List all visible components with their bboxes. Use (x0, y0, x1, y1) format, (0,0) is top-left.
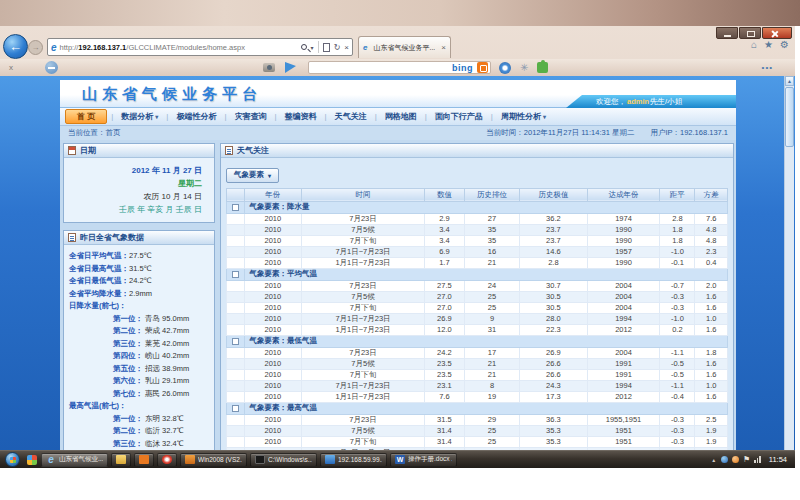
taskbar-window-button[interactable]: W操作手册.docx ... (390, 453, 457, 467)
column-header[interactable]: 方差 (695, 188, 728, 201)
table-header-row: 年份时间数值历史排位历史极值达成年份距平方差 (227, 188, 728, 201)
rank-row: 第四位：崂山 40.2mm (69, 350, 212, 363)
media-center-icon[interactable] (27, 455, 37, 465)
column-header[interactable]: 距平 (660, 188, 695, 201)
taskbar-window-button[interactable]: 192.168.59.99... (320, 453, 387, 467)
column-header[interactable]: 数值 (424, 188, 464, 201)
scrollbar-thumb[interactable] (785, 87, 794, 147)
table-cell: 7月5候 (302, 291, 425, 302)
column-header[interactable]: 年份 (244, 188, 302, 201)
menu-item[interactable]: 首 页 (65, 109, 107, 124)
table-row[interactable]: 20101月1日~7月23日7.61917.32012-0.41.6 (227, 391, 728, 402)
toolbar-overflow-icon[interactable]: ••• (762, 63, 773, 72)
search-dropdown-icon[interactable]: ▾ (311, 44, 314, 51)
media-disc-icon[interactable] (499, 62, 511, 74)
signal-bars-icon[interactable] (754, 456, 762, 463)
table-row[interactable]: 20107月1日~7月23日26.9928.01994-1.01.0 (227, 313, 728, 324)
column-header[interactable]: 历史排位 (464, 188, 519, 201)
table-row[interactable]: 20107月1日~7月23日6.91614.61957-1.02.3 (227, 246, 728, 257)
taskbar-window-button[interactable] (157, 453, 177, 467)
group-checkbox[interactable] (232, 271, 239, 278)
search-icon[interactable] (301, 44, 307, 50)
page-scrollbar[interactable]: ▲ ▼ (784, 76, 794, 468)
table-row[interactable]: 20107月5候27.02530.52004-0.31.6 (227, 291, 728, 302)
group-row[interactable]: 气象要素：平均气温 (227, 268, 728, 280)
menu-item[interactable]: 灾害查询 (226, 110, 274, 123)
calendar-line: 农历 10 月 14 日 (68, 190, 202, 203)
table-row[interactable]: 20107月1日~7月23日23.1824.31994-1.11.0 (227, 380, 728, 391)
taskbar-window-button[interactable]: e山东省气候业... (41, 453, 108, 467)
sparkle-icon[interactable]: ✳ (520, 62, 528, 73)
element-dropdown-button[interactable]: 气象要素 ▾ (226, 168, 279, 183)
column-header[interactable]: 历史极值 (520, 188, 588, 201)
forward-button[interactable]: → (28, 40, 43, 55)
taskbar-clock[interactable]: 11:54 (769, 455, 787, 464)
table-row[interactable]: 20107月5候23.52126.61991-0.51.6 (227, 358, 728, 369)
table-row[interactable]: 20107月23日31.52936.31955,1951-0.32.5 (227, 414, 728, 425)
table-cell: 31 (464, 324, 519, 335)
table-row[interactable]: 20107月下旬23.52126.61991-0.51.6 (227, 369, 728, 380)
table-row[interactable]: 20107月5候31.42535.31951-0.31.9 (227, 425, 728, 436)
table-row[interactable]: 20107月5候3.43523.719901.84.8 (227, 224, 728, 235)
table-cell: 1.6 (695, 291, 728, 302)
menu-item[interactable]: 整编资料 (277, 110, 325, 123)
blocker-icon[interactable] (45, 61, 58, 74)
table-row[interactable]: 20107月23日2.92736.219742.87.6 (227, 213, 728, 224)
table-row[interactable]: 20101月1日~7月23日1.7212.81990-0.10.4 (227, 257, 728, 268)
column-header[interactable]: 时间 (302, 188, 425, 201)
action-center-flag-icon[interactable]: ⚑ (743, 455, 750, 464)
browser-action-icons: ⌂ ★ ⚙ (744, 39, 789, 50)
group-row[interactable]: 气象要素：最高气温 (227, 402, 728, 414)
table-row[interactable]: 20107月下旬3.43523.719901.84.8 (227, 235, 728, 246)
group-checkbox[interactable] (232, 405, 239, 412)
table-row[interactable]: 20107月23日24.21726.92004-1.11.8 (227, 347, 728, 358)
table-row[interactable]: 20107月下旬27.02530.52004-0.31.6 (227, 302, 728, 313)
table-cell: -0.5 (660, 369, 695, 380)
send-plane-icon[interactable] (285, 62, 296, 73)
favorites-star-icon[interactable]: ★ (764, 39, 773, 50)
screenshot-camera-icon[interactable] (263, 63, 275, 72)
table-row[interactable]: 20101月1日~7月23日12.03122.320120.21.6 (227, 324, 728, 335)
table-cell: 30.7 (520, 280, 588, 291)
table-row[interactable]: 20107月下旬31.42535.31951-0.31.9 (227, 436, 728, 447)
toolbar-search-button-icon[interactable] (477, 62, 488, 73)
settings-gear-icon[interactable]: ⚙ (780, 39, 789, 50)
taskbar-window-button[interactable] (111, 453, 131, 467)
toolbar-close-icon[interactable]: x (9, 63, 13, 72)
menu-item[interactable]: 面向下行产品 (427, 110, 491, 123)
table-cell: 6.9 (424, 246, 464, 257)
tab-close-icon[interactable]: × (441, 43, 446, 52)
column-header[interactable]: 达成年份 (587, 188, 660, 201)
start-button[interactable] (5, 452, 20, 467)
browser-tab[interactable]: e 山东省气候业务平... × (358, 36, 451, 58)
group-row[interactable]: 气象要素：最低气温 (227, 335, 728, 347)
menu-item[interactable]: 数据分析▾ (113, 110, 166, 123)
table-row[interactable]: 20107月23日27.52430.72004-0.72.0 (227, 280, 728, 291)
addon-puzzle-icon[interactable] (537, 62, 548, 73)
taskbar-window-button[interactable]: C:\Windows\s... (250, 453, 317, 467)
scroll-up-icon[interactable]: ▲ (785, 76, 794, 86)
group-checkbox[interactable] (232, 338, 239, 345)
menu-item[interactable]: 极端性分析 (168, 110, 224, 123)
show-hidden-icons-arrow[interactable]: ▲ (711, 457, 716, 463)
compatibility-view-icon[interactable] (323, 43, 330, 52)
taskbar-window-button[interactable] (134, 453, 154, 467)
menu-item[interactable]: 网格地图 (377, 110, 425, 123)
stop-button[interactable]: × (344, 43, 349, 52)
update-icon[interactable] (732, 456, 739, 463)
row-checkbox-cell (227, 246, 245, 257)
refresh-button[interactable]: ↻ (334, 43, 341, 52)
toolbar-search-box[interactable]: bing (308, 61, 491, 74)
menu-item[interactable]: 周期性分析▾ (493, 110, 554, 123)
user-ip: 用户IP：192.168.137.1 (650, 128, 728, 138)
group-checkbox[interactable] (232, 204, 239, 211)
network-icon[interactable] (721, 456, 728, 463)
group-row[interactable]: 气象要素：降水量 (227, 201, 728, 213)
taskbar-window-button[interactable]: Win2008 (VS2... (180, 453, 247, 467)
address-bar[interactable]: e http://192.168.137.1/GLCCLIMATE/module… (47, 38, 353, 56)
table-cell: 2.8 (660, 213, 695, 224)
home-icon[interactable]: ⌂ (751, 39, 757, 50)
menu-item[interactable]: 天气关注 (327, 110, 375, 123)
back-button[interactable]: ← (3, 34, 28, 59)
page-content-column: 山东省气候业务平台 欢迎您，admin 先生/小姐 首 页|数据分析▾|极端性分… (60, 80, 736, 468)
